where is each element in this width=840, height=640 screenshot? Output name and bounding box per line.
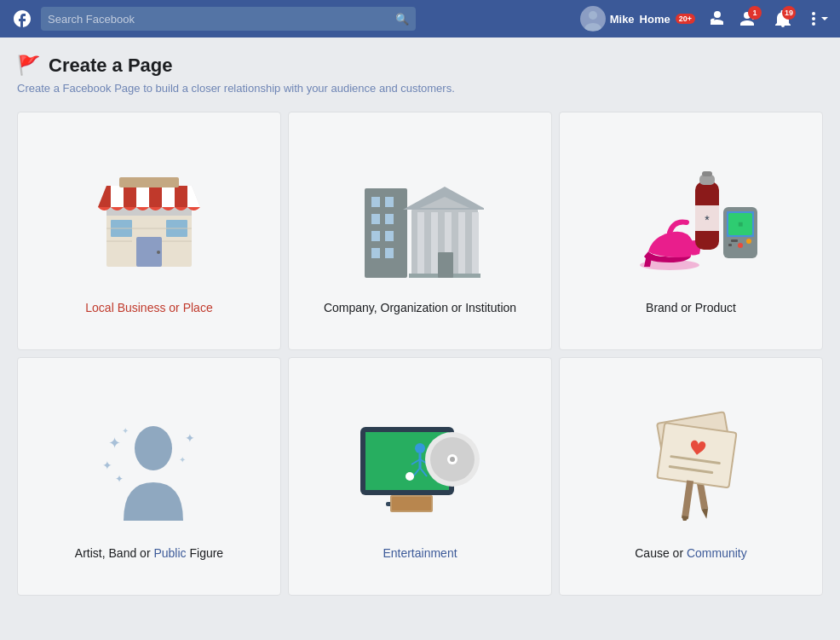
- svg-rect-9: [124, 184, 136, 210]
- svg-rect-52: [731, 239, 738, 242]
- svg-rect-40: [438, 252, 453, 278]
- cause-label: Cause or Community: [635, 546, 747, 560]
- artist-icon: ✦ ✦ ✦ ✦ ✦ ✦: [81, 393, 217, 529]
- navbar: 🔍 Mike Home 20+ 1: [0, 0, 840, 37]
- svg-rect-91: [682, 480, 693, 519]
- friends-button[interactable]: [700, 4, 729, 33]
- brand-icon: * ■: [623, 147, 759, 284]
- user-profile-button[interactable]: Mike: [580, 6, 635, 32]
- svg-rect-26: [371, 214, 380, 224]
- svg-marker-86: [701, 508, 710, 519]
- home-button[interactable]: Home 20+: [640, 13, 695, 26]
- svg-rect-79: [392, 497, 431, 510]
- svg-point-71: [406, 472, 414, 481]
- svg-rect-53: [728, 244, 732, 246]
- svg-rect-30: [371, 248, 380, 258]
- svg-point-16: [157, 251, 160, 254]
- svg-rect-7: [98, 184, 111, 210]
- friend-requests-badge: 1: [748, 6, 762, 20]
- category-local-business[interactable]: Local Business or Place: [17, 112, 281, 350]
- user-name: Mike: [610, 13, 635, 26]
- home-count: 20+: [676, 14, 695, 24]
- search-icon: 🔍: [395, 13, 409, 26]
- search-input[interactable]: [48, 13, 392, 26]
- page-content: 🚩 Create a Page Create a Facebook Page t…: [0, 37, 840, 613]
- svg-rect-45: [702, 171, 712, 176]
- svg-rect-11: [149, 184, 162, 210]
- local-business-label: Local Business or Place: [85, 301, 212, 314]
- notifications-badge: 19: [782, 6, 796, 20]
- notifications-button[interactable]: 19: [768, 4, 797, 33]
- svg-point-77: [450, 457, 455, 462]
- svg-rect-10: [136, 184, 149, 210]
- svg-rect-35: [431, 212, 438, 278]
- category-grid: Local Business or Place: [17, 112, 823, 596]
- svg-rect-87: [657, 423, 736, 487]
- svg-point-1: [584, 23, 601, 31]
- svg-text:✦: ✦: [185, 431, 195, 445]
- navbar-right: Mike Home 20+ 1 19: [580, 4, 831, 33]
- home-label: Home: [640, 13, 670, 26]
- category-artist[interactable]: ✦ ✦ ✦ ✦ ✦ ✦ Artist, Band or Public Figur…: [17, 357, 281, 596]
- page-flag-icon: 🚩: [17, 55, 40, 77]
- svg-text:✦: ✦: [122, 426, 129, 435]
- svg-point-50: [738, 243, 743, 248]
- svg-rect-14: [187, 184, 200, 210]
- entertainment-label: Entertainment: [383, 546, 457, 560]
- svg-point-51: [746, 239, 751, 244]
- svg-rect-8: [111, 184, 124, 210]
- svg-text:*: *: [705, 213, 710, 227]
- search-bar[interactable]: 🔍: [41, 7, 416, 31]
- avatar: [580, 6, 606, 32]
- svg-rect-37: [458, 212, 465, 278]
- page-subtitle: Create a Facebook Page to build a closer…: [17, 82, 823, 95]
- svg-rect-12: [162, 184, 175, 210]
- svg-point-65: [415, 443, 425, 453]
- svg-rect-19: [119, 177, 179, 187]
- svg-point-0: [589, 11, 597, 20]
- svg-text:■: ■: [738, 219, 743, 228]
- artist-label: Artist, Band or Public Figure: [75, 546, 223, 560]
- local-business-icon: [81, 147, 217, 284]
- category-cause[interactable]: Cause or Community: [559, 357, 823, 596]
- category-entertainment[interactable]: Entertainment: [288, 357, 552, 596]
- svg-rect-13: [175, 184, 187, 210]
- svg-text:✦: ✦: [179, 455, 186, 464]
- svg-rect-38: [472, 212, 479, 278]
- svg-rect-24: [371, 197, 380, 207]
- company-label: Company, Organization or Institution: [324, 301, 516, 314]
- category-brand[interactable]: * ■ Brand or Product: [559, 112, 823, 350]
- page-title: Create a Page: [49, 55, 173, 77]
- friend-requests-button[interactable]: 1: [734, 4, 763, 33]
- svg-rect-31: [385, 248, 394, 258]
- entertainment-icon: [352, 393, 488, 529]
- svg-text:✦: ✦: [102, 458, 112, 472]
- brand-label: Brand or Product: [646, 301, 736, 314]
- svg-text:✦: ✦: [108, 435, 121, 452]
- svg-rect-25: [385, 197, 394, 207]
- page-header: 🚩 Create a Page: [17, 55, 823, 77]
- svg-text:✦: ✦: [115, 473, 124, 485]
- company-icon: [352, 147, 488, 284]
- facebook-logo[interactable]: [9, 5, 36, 32]
- menu-button[interactable]: [803, 4, 831, 33]
- svg-point-56: [135, 426, 172, 470]
- svg-rect-28: [371, 231, 380, 241]
- category-company[interactable]: Company, Organization or Institution: [288, 112, 552, 350]
- cause-icon: [623, 393, 759, 529]
- svg-rect-29: [385, 231, 394, 241]
- svg-rect-27: [385, 214, 394, 224]
- svg-rect-34: [417, 212, 424, 278]
